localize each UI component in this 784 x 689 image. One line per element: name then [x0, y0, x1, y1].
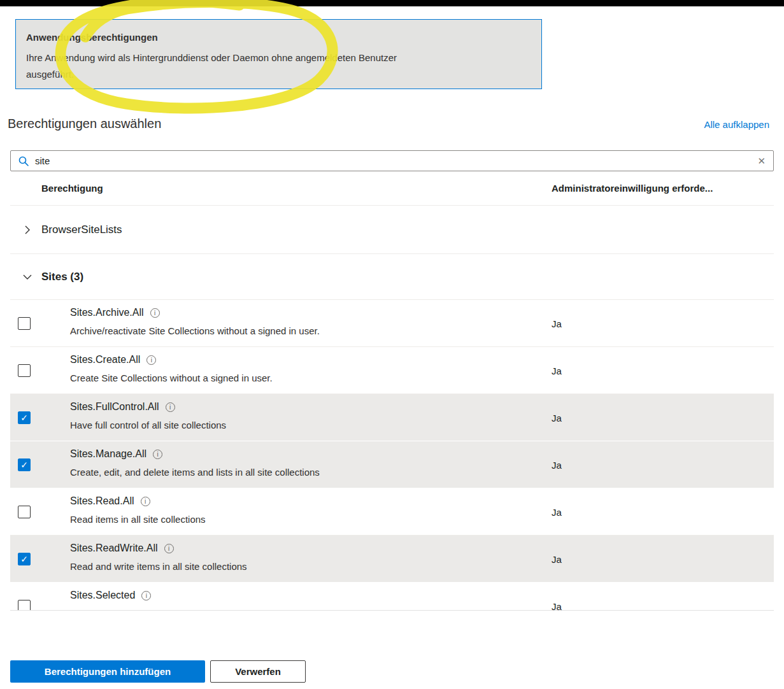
permission-checkbox[interactable]: ✓ — [18, 458, 31, 471]
column-header-admin-consent: Administratoreinwilligung erforde... — [552, 183, 713, 194]
permission-name: Sites.ReadWrite.All — [70, 543, 158, 554]
permission-description: Have full control of all site collection… — [70, 420, 226, 430]
permission-name-row: Sites.Selectedi — [70, 590, 151, 601]
info-icon[interactable]: i — [141, 591, 151, 600]
admin-consent-value: Ja — [552, 506, 562, 517]
permission-name: Sites.Read.All — [70, 495, 134, 507]
info-icon[interactable]: i — [146, 355, 156, 365]
expand-all-link[interactable]: Alle aufklappen — [704, 119, 769, 130]
page-title: Berechtigungen auswählen — [8, 117, 161, 131]
info-icon[interactable]: i — [166, 402, 175, 412]
permission-description: Create Site Collections without a signed… — [70, 373, 273, 383]
group-row-browsersitelists[interactable]: BrowserSiteLists — [10, 206, 774, 254]
permission-name-row: Sites.Create.Alli — [70, 354, 156, 366]
search-icon — [18, 156, 29, 166]
permission-checkbox[interactable] — [18, 506, 31, 518]
group-label: BrowserSiteLists — [41, 224, 122, 236]
info-icon[interactable]: i — [150, 308, 160, 318]
permission-name: Sites.FullControl.All — [70, 401, 159, 413]
admin-consent-value: Ja — [552, 553, 562, 564]
discard-button[interactable]: Verwerfen — [210, 660, 306, 683]
permission-list: BrowserSiteListsSites (3)Sites.Archive.A… — [10, 205, 774, 611]
permission-checkbox[interactable]: ✓ — [18, 411, 31, 424]
top-black-bar — [0, 0, 784, 6]
admin-consent-value: Ja — [552, 600, 562, 611]
permission-name-row: Sites.Read.Alli — [70, 495, 150, 507]
permission-name: Sites.Selected — [70, 590, 135, 601]
permission-checkbox[interactable] — [18, 317, 31, 330]
permission-name-row: Sites.Archive.Alli — [70, 307, 160, 318]
group-label: Sites (3) — [41, 271, 83, 283]
checkmark-icon: ✓ — [20, 460, 28, 470]
permission-name: Sites.Archive.All — [70, 307, 144, 318]
permission-row-sites-readwrite-all[interactable]: ✓Sites.ReadWrite.AlliRead and write item… — [10, 536, 774, 583]
permission-row-sites-archive-all[interactable]: Sites.Archive.AlliArchive/reactivate Sit… — [10, 300, 774, 347]
info-icon[interactable]: i — [141, 497, 150, 506]
permission-description: Read and write items in all site collect… — [70, 561, 247, 572]
permission-description: Archive/reactivate Site Collections with… — [70, 325, 320, 336]
permission-name: Sites.Manage.All — [70, 448, 146, 460]
close-icon[interactable]: ✕ — [757, 156, 766, 166]
search-input[interactable] — [35, 155, 751, 166]
permission-row-sites-create-all[interactable]: Sites.Create.AlliCreate Site Collections… — [10, 347, 774, 394]
group-row-sites-3-[interactable]: Sites (3) — [10, 254, 774, 300]
admin-consent-value: Ja — [552, 318, 562, 329]
permission-row-sites-fullcontrol-all[interactable]: ✓Sites.FullControl.AlliHave full control… — [10, 394, 774, 441]
permission-description: Create, edit, and delete items and lists… — [70, 467, 320, 478]
add-permissions-button[interactable]: Berechtigungen hinzufügen — [10, 660, 205, 683]
permission-checkbox[interactable] — [18, 600, 31, 611]
info-icon[interactable]: i — [153, 450, 162, 459]
checkmark-icon: ✓ — [20, 413, 28, 423]
permission-row-sites-manage-all[interactable]: ✓Sites.Manage.AlliCreate, edit, and dele… — [10, 441, 774, 488]
permission-name-row: Sites.ReadWrite.Alli — [70, 543, 174, 554]
info-box-description: Ihre Anwendung wird als Hintergrunddiens… — [26, 50, 427, 83]
checkmark-icon: ✓ — [20, 554, 28, 564]
permission-row-sites-read-all[interactable]: Sites.Read.AlliRead items in all site co… — [10, 488, 774, 536]
info-box-title: Anwendungsberechtigungen — [26, 32, 531, 43]
permission-row-sites-selected[interactable]: Sites.SelectediJa — [10, 583, 774, 611]
chevron-down-icon[interactable] — [22, 272, 32, 282]
table-header: Berechtigung Administratoreinwilligung e… — [10, 178, 774, 205]
footer-actions: Berechtigungen hinzufügen Verwerfen — [10, 660, 306, 683]
permission-checkbox[interactable] — [18, 364, 31, 377]
permission-name-row: Sites.Manage.Alli — [70, 448, 162, 460]
admin-consent-value: Ja — [552, 365, 562, 376]
chevron-right-icon[interactable] — [22, 225, 32, 235]
permission-name-row: Sites.FullControl.Alli — [70, 401, 175, 413]
permission-checkbox[interactable]: ✓ — [18, 553, 31, 565]
application-permissions-info-box[interactable]: Anwendungsberechtigungen Ihre Anwendung … — [15, 19, 542, 89]
permission-description: Read items in all site collections — [70, 514, 206, 525]
permission-name: Sites.Create.All — [70, 354, 140, 366]
info-icon[interactable]: i — [164, 544, 174, 553]
admin-consent-value: Ja — [552, 459, 562, 470]
permission-search-box[interactable]: ✕ — [10, 150, 774, 171]
admin-consent-value: Ja — [552, 412, 562, 423]
column-header-permission: Berechtigung — [41, 183, 103, 194]
